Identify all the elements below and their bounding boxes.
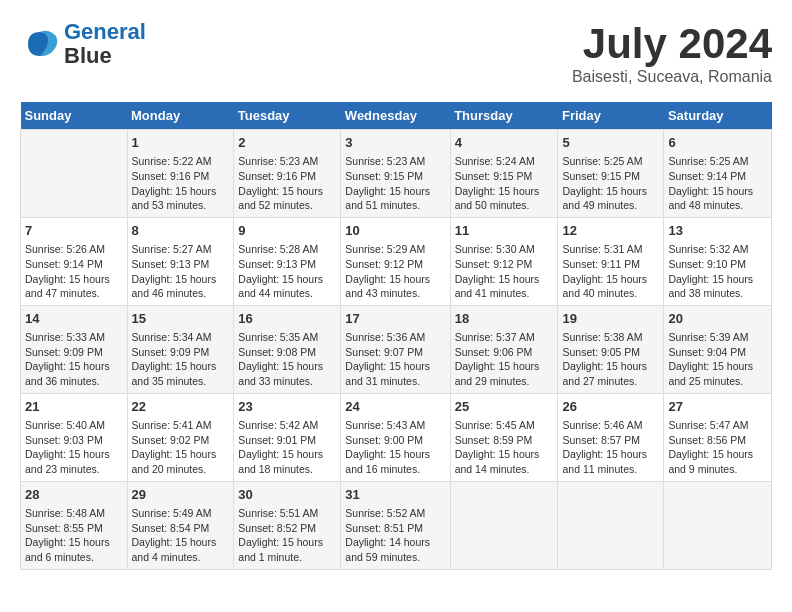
day-info: Sunrise: 5:26 AM Sunset: 9:14 PM Dayligh… [25, 242, 123, 301]
day-info: Sunrise: 5:35 AM Sunset: 9:08 PM Dayligh… [238, 330, 336, 389]
day-number: 27 [668, 398, 767, 416]
calendar-cell [21, 130, 128, 218]
day-number: 15 [132, 310, 230, 328]
day-number: 13 [668, 222, 767, 240]
day-info: Sunrise: 5:36 AM Sunset: 9:07 PM Dayligh… [345, 330, 445, 389]
calendar-cell [664, 481, 772, 569]
day-number: 6 [668, 134, 767, 152]
day-number: 1 [132, 134, 230, 152]
logo-icon [20, 24, 60, 64]
calendar-cell: 29Sunrise: 5:49 AM Sunset: 8:54 PM Dayli… [127, 481, 234, 569]
day-info: Sunrise: 5:25 AM Sunset: 9:15 PM Dayligh… [562, 154, 659, 213]
day-info: Sunrise: 5:29 AM Sunset: 9:12 PM Dayligh… [345, 242, 445, 301]
calendar-cell: 3Sunrise: 5:23 AM Sunset: 9:15 PM Daylig… [341, 130, 450, 218]
day-info: Sunrise: 5:52 AM Sunset: 8:51 PM Dayligh… [345, 506, 445, 565]
calendar-cell: 10Sunrise: 5:29 AM Sunset: 9:12 PM Dayli… [341, 217, 450, 305]
calendar-week-row: 7Sunrise: 5:26 AM Sunset: 9:14 PM Daylig… [21, 217, 772, 305]
title-block: July 2024 Baisesti, Suceava, Romania [572, 20, 772, 86]
logo: General Blue [20, 20, 146, 68]
calendar-cell [558, 481, 664, 569]
weekday-header-thursday: Thursday [450, 102, 558, 130]
day-info: Sunrise: 5:37 AM Sunset: 9:06 PM Dayligh… [455, 330, 554, 389]
day-number: 12 [562, 222, 659, 240]
day-number: 4 [455, 134, 554, 152]
day-number: 24 [345, 398, 445, 416]
day-info: Sunrise: 5:39 AM Sunset: 9:04 PM Dayligh… [668, 330, 767, 389]
calendar-cell: 19Sunrise: 5:38 AM Sunset: 9:05 PM Dayli… [558, 305, 664, 393]
day-info: Sunrise: 5:23 AM Sunset: 9:16 PM Dayligh… [238, 154, 336, 213]
main-title: July 2024 [572, 20, 772, 68]
day-number: 10 [345, 222, 445, 240]
weekday-header-wednesday: Wednesday [341, 102, 450, 130]
calendar-cell: 21Sunrise: 5:40 AM Sunset: 9:03 PM Dayli… [21, 393, 128, 481]
weekday-header-sunday: Sunday [21, 102, 128, 130]
day-info: Sunrise: 5:40 AM Sunset: 9:03 PM Dayligh… [25, 418, 123, 477]
day-info: Sunrise: 5:51 AM Sunset: 8:52 PM Dayligh… [238, 506, 336, 565]
weekday-header-saturday: Saturday [664, 102, 772, 130]
day-number: 25 [455, 398, 554, 416]
calendar-week-row: 14Sunrise: 5:33 AM Sunset: 9:09 PM Dayli… [21, 305, 772, 393]
day-number: 2 [238, 134, 336, 152]
day-number: 5 [562, 134, 659, 152]
calendar-cell: 24Sunrise: 5:43 AM Sunset: 9:00 PM Dayli… [341, 393, 450, 481]
calendar-cell: 11Sunrise: 5:30 AM Sunset: 9:12 PM Dayli… [450, 217, 558, 305]
day-info: Sunrise: 5:46 AM Sunset: 8:57 PM Dayligh… [562, 418, 659, 477]
day-number: 14 [25, 310, 123, 328]
calendar-cell: 6Sunrise: 5:25 AM Sunset: 9:14 PM Daylig… [664, 130, 772, 218]
day-info: Sunrise: 5:49 AM Sunset: 8:54 PM Dayligh… [132, 506, 230, 565]
day-info: Sunrise: 5:23 AM Sunset: 9:15 PM Dayligh… [345, 154, 445, 213]
day-number: 17 [345, 310, 445, 328]
day-info: Sunrise: 5:24 AM Sunset: 9:15 PM Dayligh… [455, 154, 554, 213]
calendar-cell: 9Sunrise: 5:28 AM Sunset: 9:13 PM Daylig… [234, 217, 341, 305]
day-info: Sunrise: 5:43 AM Sunset: 9:00 PM Dayligh… [345, 418, 445, 477]
day-info: Sunrise: 5:42 AM Sunset: 9:01 PM Dayligh… [238, 418, 336, 477]
calendar-cell: 2Sunrise: 5:23 AM Sunset: 9:16 PM Daylig… [234, 130, 341, 218]
weekday-header-friday: Friday [558, 102, 664, 130]
calendar-cell [450, 481, 558, 569]
weekday-header-tuesday: Tuesday [234, 102, 341, 130]
day-info: Sunrise: 5:45 AM Sunset: 8:59 PM Dayligh… [455, 418, 554, 477]
calendar-cell: 15Sunrise: 5:34 AM Sunset: 9:09 PM Dayli… [127, 305, 234, 393]
day-info: Sunrise: 5:47 AM Sunset: 8:56 PM Dayligh… [668, 418, 767, 477]
day-info: Sunrise: 5:31 AM Sunset: 9:11 PM Dayligh… [562, 242, 659, 301]
calendar-cell: 4Sunrise: 5:24 AM Sunset: 9:15 PM Daylig… [450, 130, 558, 218]
day-number: 22 [132, 398, 230, 416]
calendar-week-row: 1Sunrise: 5:22 AM Sunset: 9:16 PM Daylig… [21, 130, 772, 218]
logo-text: General Blue [64, 20, 146, 68]
day-number: 21 [25, 398, 123, 416]
calendar-cell: 8Sunrise: 5:27 AM Sunset: 9:13 PM Daylig… [127, 217, 234, 305]
calendar-cell: 27Sunrise: 5:47 AM Sunset: 8:56 PM Dayli… [664, 393, 772, 481]
page-header: General Blue July 2024 Baisesti, Suceava… [20, 20, 772, 86]
day-number: 31 [345, 486, 445, 504]
day-info: Sunrise: 5:32 AM Sunset: 9:10 PM Dayligh… [668, 242, 767, 301]
day-number: 18 [455, 310, 554, 328]
calendar-cell: 23Sunrise: 5:42 AM Sunset: 9:01 PM Dayli… [234, 393, 341, 481]
calendar-week-row: 28Sunrise: 5:48 AM Sunset: 8:55 PM Dayli… [21, 481, 772, 569]
calendar-cell: 31Sunrise: 5:52 AM Sunset: 8:51 PM Dayli… [341, 481, 450, 569]
day-number: 30 [238, 486, 336, 504]
subtitle: Baisesti, Suceava, Romania [572, 68, 772, 86]
day-number: 20 [668, 310, 767, 328]
calendar-cell: 7Sunrise: 5:26 AM Sunset: 9:14 PM Daylig… [21, 217, 128, 305]
day-number: 28 [25, 486, 123, 504]
day-info: Sunrise: 5:48 AM Sunset: 8:55 PM Dayligh… [25, 506, 123, 565]
day-number: 7 [25, 222, 123, 240]
day-info: Sunrise: 5:33 AM Sunset: 9:09 PM Dayligh… [25, 330, 123, 389]
day-info: Sunrise: 5:34 AM Sunset: 9:09 PM Dayligh… [132, 330, 230, 389]
day-info: Sunrise: 5:25 AM Sunset: 9:14 PM Dayligh… [668, 154, 767, 213]
day-info: Sunrise: 5:38 AM Sunset: 9:05 PM Dayligh… [562, 330, 659, 389]
day-info: Sunrise: 5:28 AM Sunset: 9:13 PM Dayligh… [238, 242, 336, 301]
day-info: Sunrise: 5:22 AM Sunset: 9:16 PM Dayligh… [132, 154, 230, 213]
day-number: 3 [345, 134, 445, 152]
calendar-cell: 20Sunrise: 5:39 AM Sunset: 9:04 PM Dayli… [664, 305, 772, 393]
day-number: 11 [455, 222, 554, 240]
calendar-cell: 18Sunrise: 5:37 AM Sunset: 9:06 PM Dayli… [450, 305, 558, 393]
calendar-cell: 12Sunrise: 5:31 AM Sunset: 9:11 PM Dayli… [558, 217, 664, 305]
day-number: 16 [238, 310, 336, 328]
calendar-week-row: 21Sunrise: 5:40 AM Sunset: 9:03 PM Dayli… [21, 393, 772, 481]
calendar-cell: 28Sunrise: 5:48 AM Sunset: 8:55 PM Dayli… [21, 481, 128, 569]
day-number: 8 [132, 222, 230, 240]
calendar-cell: 14Sunrise: 5:33 AM Sunset: 9:09 PM Dayli… [21, 305, 128, 393]
day-number: 19 [562, 310, 659, 328]
weekday-header-monday: Monday [127, 102, 234, 130]
